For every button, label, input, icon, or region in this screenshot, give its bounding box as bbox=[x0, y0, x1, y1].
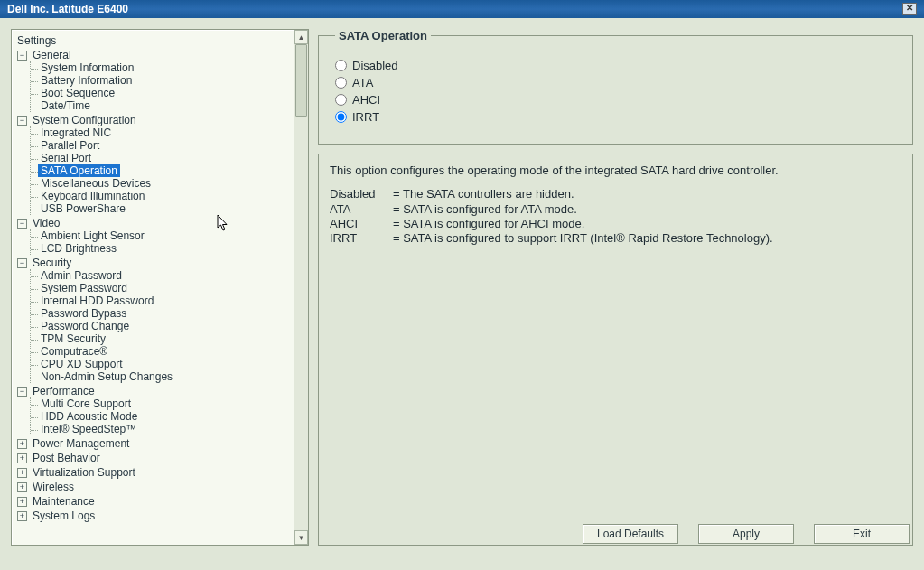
tree-category-row[interactable]: −Performance bbox=[17, 385, 288, 397]
tree-category-row[interactable]: −System Configuration bbox=[17, 114, 288, 126]
tree-item[interactable]: USB PowerShare bbox=[31, 202, 288, 215]
tree-item[interactable]: Computrace® bbox=[31, 345, 288, 358]
collapse-icon[interactable]: − bbox=[17, 387, 27, 397]
tree-item-label[interactable]: Keyboard Illumination bbox=[38, 190, 147, 202]
expand-icon[interactable]: + bbox=[17, 468, 27, 478]
scroll-down-button[interactable]: ▼ bbox=[294, 530, 308, 545]
tree-item-label[interactable]: Internal HDD Password bbox=[38, 294, 156, 307]
sata-option-label[interactable]: Disabled bbox=[352, 59, 398, 72]
tree-category-row[interactable]: +Power Management bbox=[17, 437, 288, 450]
tree-item[interactable]: TPM Security bbox=[31, 332, 288, 345]
tree-category-label[interactable]: Post Behavior bbox=[31, 452, 102, 464]
tree-category-row[interactable]: −Security bbox=[17, 257, 288, 269]
tree-item[interactable]: System Information bbox=[31, 61, 288, 74]
tree-item-label[interactable]: TPM Security bbox=[38, 332, 108, 345]
tree-category-label[interactable]: Virtualization Support bbox=[31, 466, 137, 479]
tree-item-label[interactable]: SATA Operation bbox=[38, 164, 120, 177]
sata-radio-ahci[interactable] bbox=[335, 94, 347, 106]
tree-item-label[interactable]: Intel® SpeedStep™ bbox=[38, 423, 139, 435]
load-defaults-button[interactable]: Load Defaults bbox=[583, 524, 678, 544]
tree-category-label[interactable]: System Logs bbox=[31, 509, 97, 522]
tree-item-label[interactable]: USB PowerShare bbox=[38, 202, 128, 215]
tree-item-label[interactable]: Date/Time bbox=[38, 99, 93, 112]
tree-item[interactable]: Keyboard Illumination bbox=[31, 190, 288, 202]
tree-item[interactable]: Intel® SpeedStep™ bbox=[31, 423, 288, 435]
tree-item[interactable]: Date/Time bbox=[31, 99, 288, 112]
tree-item[interactable]: SATA Operation bbox=[31, 164, 288, 177]
tree-item[interactable]: Ambient Light Sensor bbox=[31, 229, 288, 242]
sata-option-disabled[interactable]: Disabled bbox=[335, 59, 896, 72]
tree-item-label[interactable]: LCD Brightness bbox=[38, 242, 119, 255]
tree-item[interactable]: Password Change bbox=[31, 320, 288, 332]
tree-category-row[interactable]: +Virtualization Support bbox=[17, 466, 288, 479]
close-button[interactable]: ✕ bbox=[902, 3, 917, 15]
sata-radio-irrt[interactable] bbox=[335, 111, 347, 123]
tree-item-label[interactable]: HDD Acoustic Mode bbox=[38, 410, 140, 423]
tree-category-label[interactable]: System Configuration bbox=[31, 114, 138, 126]
tree-item[interactable]: Integrated NIC bbox=[31, 126, 288, 139]
sata-option-label[interactable]: ATA bbox=[352, 76, 373, 89]
tree-item[interactable]: Parallel Port bbox=[31, 139, 288, 152]
tree-item-label[interactable]: CPU XD Support bbox=[38, 358, 126, 370]
tree-item-label[interactable]: Parallel Port bbox=[38, 139, 102, 152]
tree-item-label[interactable]: System Password bbox=[38, 282, 130, 294]
tree-item-label[interactable]: Password Change bbox=[38, 320, 132, 332]
tree-category-row[interactable]: −Video bbox=[17, 217, 288, 229]
tree-item-label[interactable]: Non-Admin Setup Changes bbox=[38, 370, 175, 383]
settings-tree[interactable]: Settings −GeneralSystem InformationBatte… bbox=[12, 30, 294, 545]
tree-item-label[interactable]: Computrace® bbox=[38, 345, 110, 358]
tree-item-label[interactable]: System Information bbox=[38, 61, 136, 74]
collapse-icon[interactable]: − bbox=[17, 51, 27, 61]
tree-item-label[interactable]: Password Bypass bbox=[38, 307, 129, 320]
tree-item[interactable]: LCD Brightness bbox=[31, 242, 288, 255]
tree-item[interactable]: Miscellaneous Devices bbox=[31, 177, 288, 190]
tree-category-row[interactable]: −General bbox=[17, 49, 288, 61]
tree-item-label[interactable]: Miscellaneous Devices bbox=[38, 177, 154, 190]
scrollbar-track[interactable] bbox=[294, 44, 308, 530]
tree-category-row[interactable]: +Post Behavior bbox=[17, 452, 288, 464]
tree-item-label[interactable]: Serial Port bbox=[38, 152, 94, 164]
scroll-up-button[interactable]: ▲ bbox=[294, 30, 308, 44]
expand-icon[interactable]: + bbox=[17, 511, 27, 521]
tree-category-row[interactable]: +Maintenance bbox=[17, 495, 288, 508]
tree-item-label[interactable]: Multi Core Support bbox=[38, 397, 134, 410]
tree-item[interactable]: HDD Acoustic Mode bbox=[31, 410, 288, 423]
collapse-icon[interactable]: − bbox=[17, 116, 27, 126]
tree-item-label[interactable]: Boot Sequence bbox=[38, 87, 117, 99]
expand-icon[interactable]: + bbox=[17, 482, 27, 492]
collapse-icon[interactable]: − bbox=[17, 258, 27, 268]
expand-icon[interactable]: + bbox=[17, 439, 27, 449]
scrollbar-thumb[interactable] bbox=[295, 44, 307, 117]
tree-category-label[interactable]: Power Management bbox=[31, 437, 131, 450]
sata-option-label[interactable]: IRRT bbox=[352, 110, 379, 124]
tree-category-label[interactable]: Video bbox=[31, 217, 61, 229]
tree-item-label[interactable]: Integrated NIC bbox=[38, 126, 114, 139]
tree-item-label[interactable]: Battery Information bbox=[38, 74, 135, 87]
sata-radio-ata[interactable] bbox=[335, 77, 347, 89]
tree-item[interactable]: Battery Information bbox=[31, 74, 288, 87]
tree-item-label[interactable]: Admin Password bbox=[38, 269, 125, 282]
tree-item[interactable]: Password Bypass bbox=[31, 307, 288, 320]
tree-item[interactable]: Internal HDD Password bbox=[31, 294, 288, 307]
tree-item[interactable]: Admin Password bbox=[31, 269, 288, 282]
tree-category-label[interactable]: General bbox=[31, 49, 73, 61]
tree-category-row[interactable]: +Wireless bbox=[17, 481, 288, 493]
tree-category-label[interactable]: Security bbox=[31, 257, 73, 269]
tree-item-label[interactable]: Ambient Light Sensor bbox=[38, 229, 147, 242]
expand-icon[interactable]: + bbox=[17, 497, 27, 507]
exit-button[interactable]: Exit bbox=[814, 524, 910, 544]
apply-button[interactable]: Apply bbox=[698, 524, 794, 544]
tree-item[interactable]: Serial Port bbox=[31, 152, 288, 164]
tree-item[interactable]: System Password bbox=[31, 282, 288, 294]
sata-radio-disabled[interactable] bbox=[335, 60, 347, 71]
sata-option-label[interactable]: AHCI bbox=[352, 93, 380, 107]
collapse-icon[interactable]: − bbox=[17, 219, 27, 229]
tree-category-row[interactable]: +System Logs bbox=[17, 509, 288, 522]
tree-item[interactable]: CPU XD Support bbox=[31, 358, 288, 370]
tree-category-label[interactable]: Wireless bbox=[31, 481, 76, 493]
sata-option-ahci[interactable]: AHCI bbox=[335, 93, 896, 107]
tree-item[interactable]: Boot Sequence bbox=[31, 87, 288, 99]
expand-icon[interactable]: + bbox=[17, 453, 27, 463]
sata-option-irrt[interactable]: IRRT bbox=[335, 110, 896, 124]
tree-scrollbar[interactable]: ▲ ▼ bbox=[294, 30, 308, 545]
